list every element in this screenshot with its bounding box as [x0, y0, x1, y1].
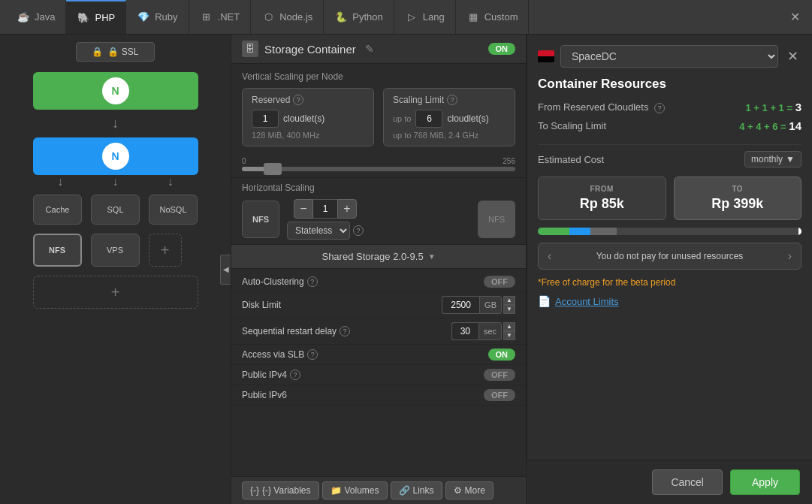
- stateless-help-icon[interactable]: ?: [353, 225, 364, 236]
- public-ipv4-toggle[interactable]: OFF: [484, 369, 515, 381]
- disk-step-down-button[interactable]: ▼: [503, 305, 515, 314]
- tab-php[interactable]: 🐘 PHP: [66, 0, 126, 34]
- sec-step-down-button[interactable]: ▼: [503, 331, 515, 340]
- counter-minus-button[interactable]: −: [294, 199, 313, 219]
- php-icon: 🐘: [77, 11, 90, 25]
- disk-value-input[interactable]: [442, 296, 479, 314]
- variables-icon: {-}: [250, 485, 259, 496]
- ssl-button[interactable]: 🔒 🔒 SSL: [76, 42, 154, 62]
- nfs-node-label: NFS: [252, 215, 269, 224]
- seq-value-input[interactable]: [451, 322, 478, 340]
- access-slb-toggle-label: ON: [496, 350, 509, 359]
- reserved-help-icon[interactable]: ?: [293, 95, 303, 105]
- access-slb-toggle[interactable]: ON: [488, 349, 516, 361]
- h-scaling-label: Horizontal Scaling: [242, 183, 515, 193]
- usage-bar-green: [538, 228, 569, 235]
- net-icon: ⊞: [200, 11, 213, 24]
- apply-button[interactable]: Apply: [730, 469, 800, 495]
- from-values: 1 + 1 + 1 = 3: [746, 101, 801, 113]
- nosql-node[interactable]: NoSQL: [149, 195, 198, 225]
- slider-labels: 0 256: [242, 157, 515, 165]
- nfs-vps-row: NFS VPS +: [33, 234, 198, 267]
- public-ipv4-toggle-label: OFF: [491, 370, 508, 379]
- from-cloudlets-label: From Reserved Cloudlets ?: [538, 101, 746, 113]
- nginx-green-node[interactable]: N: [33, 72, 198, 110]
- access-slb-help-icon[interactable]: ?: [307, 349, 318, 360]
- public-ipv6-toggle-label: OFF: [491, 391, 508, 400]
- left-collapse-button[interactable]: ◀: [220, 255, 231, 285]
- auto-clustering-text: Auto-Clustering: [242, 276, 304, 287]
- reserved-info: 128 MiB, 400 MHz: [252, 131, 364, 140]
- auto-clustering-label: Auto-Clustering ?: [242, 276, 484, 287]
- arrow-down-1: ↓: [112, 116, 119, 131]
- tab-lang[interactable]: ▷ Lang: [394, 0, 456, 34]
- nav-next-button[interactable]: ›: [788, 249, 792, 263]
- sql-node[interactable]: SQL: [91, 195, 140, 225]
- cache-label: Cache: [46, 205, 70, 214]
- datacenter-header: SpaceDC ✕: [538, 45, 801, 68]
- python-icon: 🐍: [334, 11, 348, 24]
- disk-step-up-button[interactable]: ▲: [503, 296, 515, 305]
- counter-plus-button[interactable]: +: [337, 199, 357, 219]
- links-button[interactable]: 🔗 Links: [391, 481, 442, 499]
- tab-ruby[interactable]: 💎 Ruby: [126, 0, 189, 34]
- to-scaling-label: To Scaling Limit: [538, 120, 739, 131]
- vertical-scaling-label: Vertical Scaling per Node: [242, 71, 515, 82]
- right-panel-close-button[interactable]: ✕: [784, 45, 801, 68]
- tab-custom[interactable]: ▦ Custom: [456, 0, 530, 34]
- public-ipv4-text: Public IPv4: [242, 370, 287, 380]
- tab-net[interactable]: ⊞ .NET: [189, 0, 252, 34]
- scaling-limit-input[interactable]: [415, 110, 442, 128]
- tab-php-label: PHP: [95, 12, 115, 23]
- volumes-button[interactable]: 📁 Volumes: [322, 481, 388, 499]
- public-ipv6-label: Public IPv6: [242, 390, 484, 400]
- public-ipv6-toggle[interactable]: OFF: [484, 389, 515, 401]
- tab-java[interactable]: ☕ Java: [6, 0, 66, 34]
- to-total: 14: [789, 119, 801, 132]
- scaling-limit-box: Scaling Limit ? up to cloudlet(s) up to …: [383, 88, 515, 146]
- stateless-select[interactable]: Stateless: [287, 222, 350, 240]
- spacedc-flag: [538, 50, 554, 62]
- scaling-limit-help-icon[interactable]: ?: [447, 95, 457, 105]
- shared-storage-bar[interactable]: Shared Storage 2.0-9.5 ▼: [231, 244, 526, 269]
- window-close-button[interactable]: ✕: [784, 7, 806, 27]
- cache-node[interactable]: Cache: [33, 195, 82, 225]
- nosql-label: NoSQL: [159, 205, 186, 214]
- usage-bar-empty: [617, 228, 798, 235]
- from-help-icon[interactable]: ?: [654, 103, 665, 113]
- auto-clustering-help-icon[interactable]: ?: [307, 276, 318, 287]
- storage-toggle[interactable]: ON: [488, 43, 516, 55]
- auto-clustering-toggle[interactable]: OFF: [484, 276, 515, 288]
- nginx-letter-top: N: [111, 85, 119, 97]
- nfs-node[interactable]: NFS: [33, 234, 82, 267]
- tab-bar: ☕ Java 🐘 PHP 💎 Ruby ⊞ .NET ⬡ Node.js 🐍 P…: [0, 0, 812, 35]
- tab-nodejs-label: Node.js: [279, 11, 312, 23]
- edit-icon[interactable]: ✎: [365, 43, 374, 55]
- tab-nodejs[interactable]: ⬡ Node.js: [251, 0, 324, 34]
- cancel-button[interactable]: Cancel: [652, 469, 723, 495]
- estimated-label: Estimated Cost: [538, 154, 744, 165]
- tab-python[interactable]: 🐍 Python: [324, 0, 394, 34]
- slider-thumb[interactable]: [264, 163, 282, 175]
- access-slb-row: Access via SLB ? ON: [231, 345, 526, 365]
- vps-node[interactable]: VPS: [91, 234, 140, 267]
- more-button[interactable]: ⚙ More: [445, 481, 494, 499]
- add-node-button[interactable]: +: [149, 234, 182, 267]
- sec-step-up-button[interactable]: ▲: [503, 322, 515, 331]
- public-ipv4-help-icon[interactable]: ?: [290, 370, 300, 380]
- counter-row: − 1 +: [294, 199, 357, 219]
- variables-button[interactable]: {-} {-} Variables: [242, 481, 319, 499]
- datacenter-select[interactable]: SpaceDC: [560, 45, 778, 68]
- seq-restart-help-icon[interactable]: ?: [340, 326, 350, 337]
- middle-panel: 🗄 Storage Container ✎ ON Vertical Scalin…: [231, 35, 527, 504]
- scaling-limit-row: up to cloudlet(s): [393, 110, 506, 128]
- nginx-blue-node[interactable]: N: [33, 137, 198, 175]
- add-bottom-button[interactable]: +: [33, 276, 198, 309]
- monthly-dropdown[interactable]: monthly ▼: [744, 151, 801, 167]
- sec-stepper: ▲ ▼: [503, 322, 515, 340]
- reserved-input[interactable]: [252, 110, 279, 128]
- scaling-limit-label: Scaling Limit: [393, 95, 444, 105]
- account-limits-link[interactable]: Account Limits: [555, 296, 619, 307]
- volumes-label: Volumes: [345, 485, 379, 496]
- storage-icon: 🗄: [242, 41, 258, 57]
